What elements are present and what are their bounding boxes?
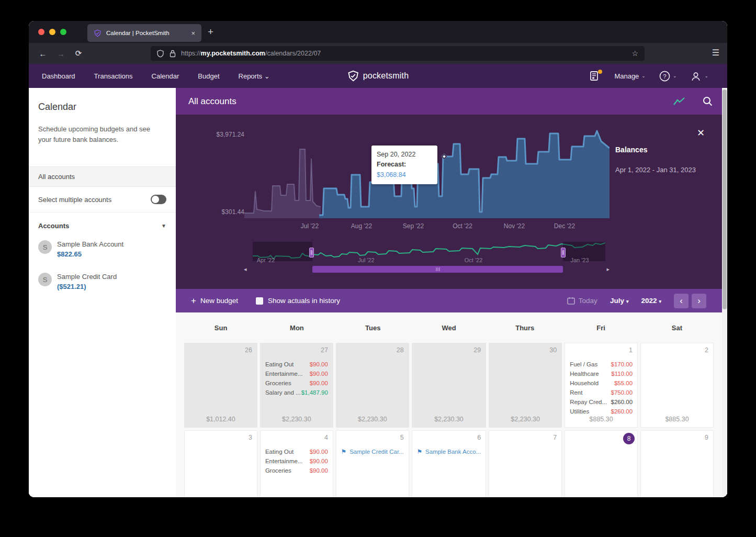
help-menu[interactable]: ? ⌄	[659, 71, 677, 82]
nav-calendar[interactable]: Calendar	[152, 72, 179, 80]
legend-title: Balances	[615, 146, 647, 154]
entry-category: Healthcare	[570, 369, 599, 378]
prev-month-button[interactable]: ‹	[674, 294, 689, 308]
show-actuals-checkbox[interactable]: Show actuals in history	[256, 297, 340, 305]
calendar-cell[interactable]: 4Eating Out$90.00Entertainme...$90.00Gro…	[260, 430, 333, 497]
lock-icon[interactable]	[170, 50, 176, 58]
today-button[interactable]: Today	[567, 297, 597, 305]
navigator-handle-left[interactable]	[309, 248, 314, 258]
plus-icon: +	[191, 296, 196, 306]
menu-hamburger-icon[interactable]: ☰	[712, 48, 720, 58]
day-total: $1,012.40	[185, 416, 257, 423]
budget-entry[interactable]: Salary and ...$1,487.90	[261, 388, 333, 397]
budget-entry[interactable]: Rent$750.00	[565, 388, 637, 397]
close-window-button[interactable]	[38, 29, 44, 35]
page-description: Schedule upcoming budgets and see your f…	[29, 113, 176, 144]
trend-chart-icon[interactable]	[673, 97, 685, 106]
page-scrollbar[interactable]	[722, 88, 727, 497]
budget-entry[interactable]: Eating Out$90.00	[261, 360, 333, 369]
url-bar[interactable]: https://my.pocketsmith.com/calendars/202…	[151, 46, 645, 61]
calendar-cell[interactable]: 5⚑Sample Credit Car...	[336, 430, 409, 497]
account-menu[interactable]: ⌄	[690, 71, 708, 82]
browser-window: Calendar | PocketSmith × + ← → ⟳ https:/…	[29, 21, 727, 497]
month-dropdown[interactable]: July▾	[610, 297, 629, 305]
navigator-tick-label: Jan '23	[570, 257, 589, 263]
day-number: 6	[477, 434, 481, 441]
nav-reports[interactable]: Reports ⌄	[239, 72, 270, 80]
day-number: 7	[553, 434, 557, 441]
entry-amount: $90.00	[310, 456, 328, 466]
calendar-cell[interactable]: 26$1,012.40	[184, 343, 257, 428]
pocketsmith-logo[interactable]: pocketsmith	[347, 70, 409, 82]
entry-category: Eating Out	[265, 447, 294, 456]
browser-tab[interactable]: Calendar | PocketSmith ×	[87, 24, 201, 42]
scroll-right-icon[interactable]: ▸	[606, 266, 610, 273]
event-flag[interactable]: ⚑Sample Credit Car...	[336, 447, 409, 456]
reload-button[interactable]: ⟳	[70, 49, 87, 58]
budget-entry[interactable]: Entertainme...$90.00	[261, 369, 333, 378]
navigator-scrollbar[interactable]: ◂ ▸	[248, 266, 605, 273]
chevron-down-icon: ⌄	[262, 72, 270, 80]
scroll-left-icon[interactable]: ◂	[244, 266, 247, 273]
calendar-cell[interactable]: 27Eating Out$90.00Entertainme...$90.00Gr…	[260, 343, 333, 428]
budget-entry[interactable]: Entertainme...$90.00	[261, 456, 333, 466]
calendar-cell[interactable]: 30$2,230.30	[489, 343, 562, 428]
entry-amount: $260.00	[611, 397, 633, 407]
navigator-tick-label: Oct '22	[465, 257, 483, 263]
tracking-shield-icon[interactable]	[157, 50, 164, 58]
calendar-cell[interactable]: 7	[489, 430, 562, 497]
calendar-cell[interactable]: 8	[565, 430, 638, 497]
entry-category: Groceries	[265, 378, 291, 388]
x-axis-tick-label: Oct '22	[453, 222, 472, 230]
chevron-down-icon: ⌄	[704, 73, 708, 79]
budget-entry[interactable]: Healthcare$110.00	[565, 369, 637, 378]
navigator-handle-right[interactable]	[561, 248, 566, 258]
nav-budget[interactable]: Budget	[198, 72, 219, 80]
close-chart-icon[interactable]: ✕	[697, 127, 705, 139]
maximize-window-button[interactable]	[60, 29, 66, 35]
calendar-cell[interactable]: 9	[640, 430, 714, 497]
calendar-cell[interactable]: 3	[184, 430, 257, 497]
new-budget-button[interactable]: +New budget	[191, 296, 238, 306]
forward-button[interactable]: →	[52, 49, 70, 58]
manage-menu[interactable]: Manage⌄	[614, 72, 646, 80]
bookmark-star-icon[interactable]: ☆	[631, 49, 638, 58]
next-month-button[interactable]: ›	[692, 294, 706, 308]
calendar-cell[interactable]: 1Fuel / Gas$170.00Healthcare$110.00House…	[565, 343, 638, 428]
checkbox-icon	[256, 297, 263, 305]
budget-entry[interactable]: Utilities$260.00	[565, 407, 637, 416]
nav-dashboard[interactable]: Dashboard	[42, 72, 75, 80]
budget-entry[interactable]: Fuel / Gas$170.00	[565, 360, 637, 369]
select-multiple-toggle[interactable]	[151, 195, 166, 204]
minimize-window-button[interactable]	[49, 29, 55, 35]
budget-entry[interactable]: Groceries$90.00	[261, 378, 333, 388]
chart-navigator[interactable]: Apr '22Jul '22Oct '22Jan '23	[253, 242, 605, 264]
calendar-cell[interactable]: 6⚑Sample Bank Acco...	[412, 430, 486, 497]
account-item[interactable]: SSample Credit Card($521.21)	[29, 265, 176, 298]
calendar-cell[interactable]: 2$885.30	[640, 343, 714, 428]
chevron-down-icon: ⌄	[641, 73, 646, 79]
back-button[interactable]: ←	[34, 49, 52, 58]
budget-entry[interactable]: Eating Out$90.00	[261, 447, 333, 456]
budget-entry[interactable]: Groceries$90.00	[261, 466, 333, 475]
account-item[interactable]: SSample Bank Account$822.65	[29, 233, 176, 265]
budget-entry[interactable]: Repay Cred...$260.00	[565, 397, 637, 407]
accounts-header[interactable]: Accounts▼	[29, 212, 176, 233]
entry-amount: $90.00	[310, 360, 328, 369]
navigator-scroll-thumb[interactable]	[312, 266, 563, 273]
new-tab-button[interactable]: +	[208, 26, 213, 38]
year-dropdown[interactable]: 2022▾	[641, 297, 661, 305]
nav-transactions[interactable]: Transactions	[94, 72, 133, 80]
app-nav: Dashboard Transactions Calendar Budget R…	[29, 64, 727, 88]
page-content: Dashboard Transactions Calendar Budget R…	[29, 64, 727, 497]
calendar-cell[interactable]: 29$2,230.30	[412, 343, 486, 428]
search-icon[interactable]	[703, 96, 713, 106]
tab-strip: Calendar | PocketSmith × +	[29, 21, 727, 43]
event-flag[interactable]: ⚑Sample Bank Acco...	[412, 447, 486, 456]
budget-entry[interactable]: Household$55.00	[565, 378, 637, 388]
calendar-cell[interactable]: 28$2,230.30	[336, 343, 409, 428]
scrollbar-thumb[interactable]	[723, 90, 727, 309]
whats-new-button[interactable]	[590, 71, 601, 81]
sidebar-item-all-accounts[interactable]: All accounts	[29, 166, 176, 187]
tab-close-icon[interactable]: ×	[191, 29, 195, 37]
